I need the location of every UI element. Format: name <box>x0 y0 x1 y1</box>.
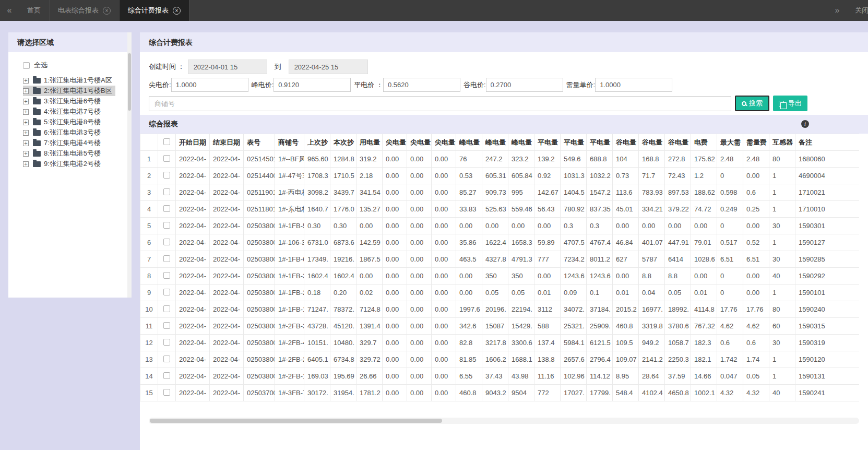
tree-item-label: 4:张江集电港7号楼 <box>44 107 101 116</box>
row-checkbox[interactable] <box>163 222 170 229</box>
tree-item-5[interactable]: +6:张江集电港3号楼 <box>23 127 104 138</box>
cell-col-10: 1997.6 <box>456 301 482 318</box>
tab-2[interactable]: 综合计费报表× <box>120 0 189 21</box>
price-input-2[interactable] <box>383 78 460 92</box>
cell-col-8: 0.00 <box>407 168 432 184</box>
date-from-input[interactable] <box>188 60 267 74</box>
page-title: 综合计费报表 <box>140 32 868 52</box>
shop-number-input[interactable] <box>149 96 731 111</box>
cell-col-4: 71247. <box>304 301 330 318</box>
row-checkbox[interactable] <box>163 272 170 279</box>
tree-item-8[interactable]: +9:张江集电港2号楼 <box>23 159 104 169</box>
tab-0[interactable]: 首页 <box>19 0 50 21</box>
cell-col-13: 777 <box>534 251 561 268</box>
row-checkbox[interactable] <box>163 356 170 362</box>
tab-close-icon[interactable]: × <box>173 7 181 15</box>
tree-item-7[interactable]: +8:张江集电港5号楼 <box>23 148 104 159</box>
cell-col-12: 605.84 <box>508 168 534 184</box>
row-index: 10 <box>140 301 158 318</box>
table-horizontal-scrollbar-thumb[interactable] <box>150 419 442 423</box>
row-checkbox-cell <box>158 268 176 285</box>
scroll-tabs-right-icon[interactable]: » <box>828 6 847 15</box>
tree-item-3[interactable]: +4:张江集电港7号楼 <box>23 106 104 117</box>
cell-col-2: 02514501 <box>244 151 275 168</box>
sidebar-scrollbar[interactable] <box>127 32 132 298</box>
cell-col-2: 02503800 <box>244 251 275 268</box>
row-checkbox[interactable] <box>163 389 170 396</box>
tree-item-4[interactable]: +5:张江集电港8号楼 <box>23 117 104 127</box>
close-operations-menu[interactable]: 关闭操 <box>855 6 868 15</box>
header-col-14: 平电量 <box>561 134 587 151</box>
expand-plus-icon[interactable]: + <box>23 120 29 125</box>
info-icon[interactable]: i <box>801 120 809 128</box>
expand-plus-icon[interactable]: + <box>23 78 29 84</box>
cell-col-17: 783.93 <box>639 184 665 201</box>
row-checkbox[interactable] <box>163 339 170 346</box>
cell-col-11: 0.00 <box>482 218 508 234</box>
export-button[interactable]: 导出 <box>773 96 807 111</box>
cell-col-5: 3439.7 <box>330 184 356 201</box>
cell-col-15: 17799. <box>587 385 613 401</box>
expand-plus-icon[interactable]: + <box>23 88 29 94</box>
cell-col-21: 2.48 <box>743 151 769 168</box>
tab-close-icon[interactable]: × <box>103 7 111 15</box>
cell-col-16: 460.8 <box>613 318 639 335</box>
cell-col-21: 0.52 <box>743 234 769 251</box>
date-to-input[interactable] <box>289 60 368 74</box>
row-checkbox[interactable] <box>163 255 170 262</box>
select-all-row[interactable]: 全选 <box>23 61 47 70</box>
row-checkbox[interactable] <box>163 322 170 329</box>
row-checkbox[interactable] <box>163 155 170 162</box>
cell-col-22: 40 <box>769 268 795 285</box>
cell-col-7: 0.00 <box>383 151 407 168</box>
price-input-1[interactable] <box>274 78 351 92</box>
table-horizontal-scrollbar[interactable] <box>149 418 859 424</box>
table-select-all-checkbox[interactable] <box>163 138 170 145</box>
row-checkbox-cell <box>158 251 176 268</box>
header-col-9: 尖电量 <box>432 134 456 151</box>
tree-item-2[interactable]: +3:张江集电港6号楼 <box>23 96 104 106</box>
table-row: 102022-04-2022-04-025038001#-1FB-171247.… <box>140 301 860 318</box>
cell-col-6: 329.72 <box>356 351 383 368</box>
tab-1[interactable]: 电表综合报表× <box>50 0 120 21</box>
cell-col-19: 1.2 <box>691 168 717 184</box>
expand-plus-icon[interactable]: + <box>23 140 29 146</box>
sidebar-scrollbar-thumb[interactable] <box>128 53 131 111</box>
price-field-label: 峰电价: <box>252 80 274 90</box>
cell-col-7: 0.00 <box>383 251 407 268</box>
row-checkbox[interactable] <box>163 172 170 179</box>
row-checkbox[interactable] <box>163 239 170 245</box>
search-button[interactable]: 搜索 <box>735 96 769 111</box>
expand-plus-icon[interactable]: + <box>23 130 29 136</box>
cell-col-4: 10151. <box>304 335 330 351</box>
cell-col-5: 45120. <box>330 318 356 335</box>
cell-col-6: 7124.8 <box>356 301 383 318</box>
row-checkbox[interactable] <box>163 305 170 312</box>
expand-plus-icon[interactable]: + <box>23 99 29 104</box>
select-all-area-checkbox[interactable] <box>23 62 30 69</box>
tree-item-0[interactable]: +1:张江集电港1号楼A区 <box>23 75 115 86</box>
price-input-4[interactable] <box>595 78 672 92</box>
row-checkbox[interactable] <box>163 372 170 379</box>
cell-col-13: 0.01 <box>534 285 561 301</box>
tree-item-1[interactable]: +2:张江集电港1号楼B区 <box>23 86 115 96</box>
row-checkbox[interactable] <box>163 289 170 295</box>
scroll-tabs-left-icon[interactable]: « <box>0 0 19 21</box>
table-row: 12022-04-2022-04-025145011#--BF风965.6012… <box>140 151 860 168</box>
price-input-0[interactable] <box>171 78 248 92</box>
cell-col-3: 1#-2FB-4 <box>275 335 304 351</box>
cell-col-22: 1 <box>769 201 795 218</box>
cell-col-6: 0.02 <box>356 285 383 301</box>
row-checkbox[interactable] <box>163 205 170 212</box>
row-checkbox[interactable] <box>163 188 170 195</box>
expand-plus-icon[interactable]: + <box>23 109 29 115</box>
search-row: 搜索 导出 <box>149 96 807 111</box>
area-select-panel: 请选择区域 全选 +1:张江集电港1号楼A区+2:张江集电港1号楼B区+3:张江… <box>8 32 132 298</box>
tree-item-6[interactable]: +7:张江集电港4号楼 <box>23 138 104 148</box>
cell-col-19: 0.01 <box>691 285 717 301</box>
area-panel-title: 请选择区域 <box>8 32 132 52</box>
table-row: 142022-04-2022-04-025038001#-2FB-1169.03… <box>140 368 860 385</box>
expand-plus-icon[interactable]: + <box>23 161 29 167</box>
expand-plus-icon[interactable]: + <box>23 151 29 157</box>
price-input-3[interactable] <box>486 78 563 92</box>
